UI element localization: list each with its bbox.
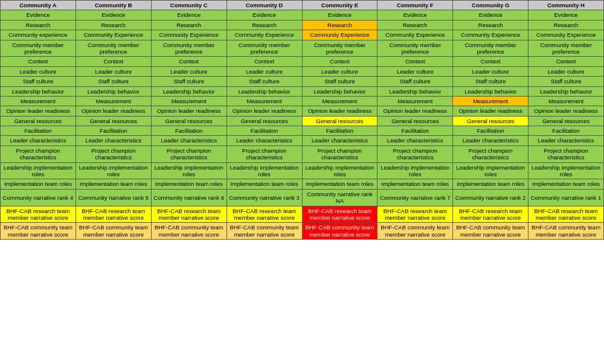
- community-a-header: Community A: [1, 1, 76, 10]
- table-row: Staff cultureStaff cultureStaff cultureS…: [1, 77, 604, 86]
- table-cell: Leadership behavior: [302, 86, 378, 96]
- table-cell: Project champion characteristics: [378, 145, 453, 162]
- table-cell: Research: [1, 20, 76, 30]
- table-cell: Facilitation: [453, 126, 528, 136]
- table-cell: Leadership implementation roles: [151, 162, 226, 179]
- table-row: ResearchResearchResearchResearchResearch…: [1, 20, 604, 30]
- community-b-header: Community B: [76, 1, 151, 10]
- table-cell: Context: [151, 57, 226, 66]
- table-row: BHF-CAB community team member narrative …: [1, 223, 604, 240]
- table-cell: Evidence: [1, 10, 76, 20]
- table-cell: Measurement: [378, 96, 453, 106]
- table-cell: Community experience: [1, 30, 76, 40]
- table-cell: Leadership implementation roles: [226, 162, 302, 179]
- table-cell: Context: [302, 57, 378, 66]
- table-cell: Context: [226, 57, 302, 66]
- table-cell: Leader culture: [453, 66, 528, 76]
- table-cell: Leadership implementation roles: [378, 162, 453, 179]
- table-body: EvidenceEvidenceEvidenceEvidenceEvidence…: [1, 10, 604, 240]
- community-h-header: Community H: [528, 1, 604, 10]
- table-cell: Leader characteristics: [528, 136, 604, 145]
- table-cell: Community Experience: [226, 30, 302, 40]
- table-cell: BHF-CAB community team member narrative …: [302, 223, 378, 240]
- table-cell: Leader characteristics: [76, 136, 151, 145]
- table-cell: Staff culture: [151, 77, 226, 86]
- table-cell: Evidence: [76, 10, 151, 20]
- table-cell: Evidence: [528, 10, 604, 20]
- table-cell: Community member preference: [226, 40, 302, 57]
- table-cell: Leadership behavior: [1, 86, 76, 96]
- table-cell: Opinion leader readiness: [1, 106, 76, 116]
- community-c-header: Community C: [151, 1, 226, 10]
- table-row: General resourcesGeneral resourcesGenera…: [1, 116, 604, 126]
- table-row: MeasurementMeasurementMeasurementMeasure…: [1, 96, 604, 106]
- table-row: Opinion leader readinessOpinion leader r…: [1, 106, 604, 116]
- table-cell: Community member preference: [76, 40, 151, 57]
- table-cell: General resources: [1, 116, 76, 126]
- table-cell: BHF-CAB community team member narrative …: [1, 223, 76, 240]
- table-cell: Staff culture: [226, 77, 302, 86]
- table-cell: Community narrative rank 6: [151, 189, 226, 206]
- table-cell: Research: [302, 20, 378, 30]
- table-cell: Project champion characteristics: [226, 145, 302, 162]
- table-cell: Evidence: [378, 10, 453, 20]
- table-cell: Leadership behavior: [76, 86, 151, 96]
- table-row: Community member preferenceCommunity mem…: [1, 40, 604, 57]
- table-cell: Community Experience: [453, 30, 528, 40]
- table-cell: Research: [528, 20, 604, 30]
- table-cell: Implementation team roles: [528, 179, 604, 189]
- table-cell: Leadership implementation roles: [76, 162, 151, 179]
- table-cell: Measurement: [302, 96, 378, 106]
- table-cell: Opinion leader readiness: [453, 106, 528, 116]
- table-cell: BHF-CAB research team member narrative s…: [453, 206, 528, 223]
- table-cell: Project champion characteristics: [1, 145, 76, 162]
- table-cell: Context: [453, 57, 528, 66]
- table-cell: Facilitation: [378, 126, 453, 136]
- table-cell: Leader culture: [226, 66, 302, 76]
- table-row: Leadership behaviorLeadership behaviorLe…: [1, 86, 604, 96]
- table-row: EvidenceEvidenceEvidenceEvidenceEvidence…: [1, 10, 604, 20]
- table-cell: Project champion characteristics: [302, 145, 378, 162]
- table-cell: Opinion leader readiness: [378, 106, 453, 116]
- table-cell: Community member preference: [528, 40, 604, 57]
- table-cell: Evidence: [226, 10, 302, 20]
- table-cell: Leader characteristics: [378, 136, 453, 145]
- table-cell: Research: [151, 20, 226, 30]
- table-cell: Community narrative rank 4: [1, 189, 76, 206]
- table-cell: General resources: [378, 116, 453, 126]
- table-cell: Opinion leader readiness: [528, 106, 604, 116]
- table-cell: Evidence: [453, 10, 528, 20]
- table-cell: BHF-CAB research team member narrative s…: [226, 206, 302, 223]
- table-cell: Staff culture: [1, 77, 76, 86]
- table-cell: Leader characteristics: [1, 136, 76, 145]
- table-cell: Leader characteristics: [151, 136, 226, 145]
- table-cell: Community narrative rank 3: [226, 189, 302, 206]
- header-row: Community A Community B Community C Comm…: [1, 1, 604, 10]
- table-cell: Leadership implementation roles: [302, 162, 378, 179]
- table-cell: Community Experience: [378, 30, 453, 40]
- community-e-header: Community E: [302, 1, 378, 10]
- table-cell: BHF-CAB community team member narrative …: [226, 223, 302, 240]
- table-cell: General resources: [226, 116, 302, 126]
- table-cell: Context: [1, 57, 76, 66]
- table-row: ContextContextContextContextContextConte…: [1, 57, 604, 66]
- table-cell: Facilitation: [528, 126, 604, 136]
- table-cell: Community narrative rank NA: [302, 189, 378, 206]
- table-cell: Staff culture: [453, 77, 528, 86]
- table-cell: Leadership behavior: [528, 86, 604, 96]
- table-cell: Staff culture: [302, 77, 378, 86]
- table-cell: BHF-CAB research team member narrative s…: [1, 206, 76, 223]
- table-cell: Leader characteristics: [453, 136, 528, 145]
- table-cell: Leader culture: [378, 66, 453, 76]
- table-row: Community narrative rank 4Community narr…: [1, 189, 604, 206]
- table-cell: Measurement: [76, 96, 151, 106]
- table-cell: Research: [378, 20, 453, 30]
- community-f-header: Community F: [378, 1, 453, 10]
- table-cell: Research: [226, 20, 302, 30]
- table-cell: Context: [528, 57, 604, 66]
- table-row: Community experienceCommunity Experience…: [1, 30, 604, 40]
- table-cell: Evidence: [302, 10, 378, 20]
- table-cell: Measurement: [528, 96, 604, 106]
- table-cell: BHF-CAB research team member narrative s…: [302, 206, 378, 223]
- community-comparison-table: Community A Community B Community C Comm…: [0, 0, 604, 240]
